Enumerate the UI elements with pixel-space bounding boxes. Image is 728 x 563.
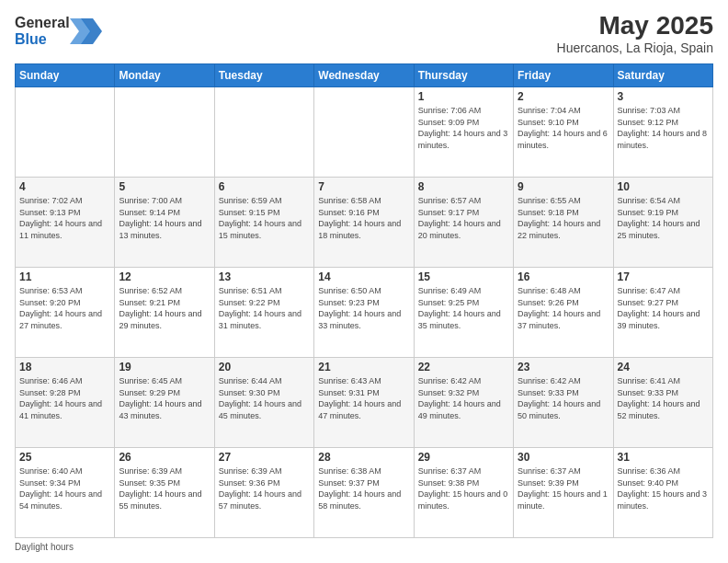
- calendar-cell: 19 Sunrise: 6:45 AMSunset: 9:29 PMDaylig…: [115, 358, 214, 448]
- day-number: 15: [418, 270, 509, 283]
- calendar-week-row: 4 Sunrise: 7:02 AMSunset: 9:13 PMDayligh…: [16, 178, 713, 268]
- calendar-header-row: SundayMondayTuesdayWednesdayThursdayFrid…: [16, 64, 713, 87]
- day-number: 18: [19, 361, 110, 373]
- calendar-cell: 20 Sunrise: 6:44 AMSunset: 9:30 PMDaylig…: [214, 358, 313, 448]
- day-number: 6: [219, 180, 310, 193]
- day-number: 13: [219, 270, 310, 283]
- day-number: 19: [119, 361, 210, 373]
- calendar-week-row: 18 Sunrise: 6:46 AMSunset: 9:28 PMDaylig…: [16, 358, 713, 448]
- day-info: Sunrise: 6:53 AMSunset: 9:20 PMDaylight:…: [19, 285, 110, 331]
- day-info: Sunrise: 6:54 AMSunset: 9:19 PMDaylight:…: [618, 195, 709, 241]
- svg-text:General: General: [15, 15, 70, 30]
- day-info: Sunrise: 7:02 AMSunset: 9:13 PMDaylight:…: [19, 195, 110, 241]
- calendar-cell: 18 Sunrise: 6:46 AMSunset: 9:28 PMDaylig…: [16, 358, 115, 448]
- calendar-cell: 24 Sunrise: 6:41 AMSunset: 9:33 PMDaylig…: [613, 358, 712, 448]
- calendar-cell: 14 Sunrise: 6:50 AMSunset: 9:23 PMDaylig…: [314, 268, 414, 358]
- page: General Blue May 2025 Huercanos, La Rioj…: [0, 0, 728, 563]
- day-info: Sunrise: 6:50 AMSunset: 9:23 PMDaylight:…: [318, 285, 409, 331]
- calendar-cell: [16, 87, 115, 178]
- day-info: Sunrise: 6:43 AMSunset: 9:31 PMDaylight:…: [318, 375, 409, 421]
- day-number: 29: [418, 451, 509, 464]
- calendar-day-header: Sunday: [16, 64, 115, 87]
- day-number: 23: [518, 361, 609, 373]
- day-number: 28: [318, 451, 409, 464]
- day-number: 4: [19, 180, 110, 193]
- calendar-day-header: Wednesday: [314, 64, 414, 87]
- calendar-table: SundayMondayTuesdayWednesdayThursdayFrid…: [15, 63, 713, 538]
- day-info: Sunrise: 7:04 AMSunset: 9:10 PMDaylight:…: [518, 105, 609, 151]
- day-info: Sunrise: 6:40 AMSunset: 9:34 PMDaylight:…: [19, 465, 110, 511]
- day-number: 24: [618, 361, 709, 373]
- calendar-cell: 28 Sunrise: 6:38 AMSunset: 9:37 PMDaylig…: [314, 448, 414, 538]
- calendar-cell: 8 Sunrise: 6:57 AMSunset: 9:17 PMDayligh…: [414, 178, 513, 268]
- calendar-cell: 15 Sunrise: 6:49 AMSunset: 9:25 PMDaylig…: [414, 268, 513, 358]
- footer-note: Daylight hours: [15, 542, 713, 552]
- calendar-day-header: Saturday: [613, 64, 712, 87]
- calendar-cell: 22 Sunrise: 6:42 AMSunset: 9:32 PMDaylig…: [414, 358, 513, 448]
- day-info: Sunrise: 7:03 AMSunset: 9:12 PMDaylight:…: [618, 105, 709, 151]
- calendar-cell: [115, 87, 214, 178]
- day-info: Sunrise: 6:38 AMSunset: 9:37 PMDaylight:…: [318, 465, 409, 511]
- day-info: Sunrise: 6:47 AMSunset: 9:27 PMDaylight:…: [618, 285, 709, 331]
- day-info: Sunrise: 6:39 AMSunset: 9:36 PMDaylight:…: [219, 465, 310, 511]
- calendar-day-header: Thursday: [414, 64, 513, 87]
- day-number: 11: [19, 270, 110, 283]
- day-number: 10: [618, 180, 709, 193]
- day-number: 20: [219, 361, 310, 373]
- day-number: 12: [119, 270, 210, 283]
- day-number: 31: [618, 451, 709, 464]
- day-info: Sunrise: 6:42 AMSunset: 9:33 PMDaylight:…: [518, 375, 609, 421]
- calendar-cell: [314, 87, 414, 178]
- calendar-cell: 27 Sunrise: 6:39 AMSunset: 9:36 PMDaylig…: [214, 448, 313, 538]
- calendar-week-row: 11 Sunrise: 6:53 AMSunset: 9:20 PMDaylig…: [16, 268, 713, 358]
- day-info: Sunrise: 6:42 AMSunset: 9:32 PMDaylight:…: [418, 375, 509, 421]
- day-info: Sunrise: 7:06 AMSunset: 9:09 PMDaylight:…: [418, 105, 509, 151]
- day-number: 27: [219, 451, 310, 464]
- day-number: 14: [318, 270, 409, 283]
- calendar-week-row: 25 Sunrise: 6:40 AMSunset: 9:34 PMDaylig…: [16, 448, 713, 538]
- calendar-cell: 16 Sunrise: 6:48 AMSunset: 9:26 PMDaylig…: [514, 268, 613, 358]
- day-info: Sunrise: 6:37 AMSunset: 9:39 PMDaylight:…: [518, 465, 609, 511]
- day-info: Sunrise: 6:46 AMSunset: 9:28 PMDaylight:…: [19, 375, 110, 421]
- day-info: Sunrise: 6:58 AMSunset: 9:16 PMDaylight:…: [318, 195, 409, 241]
- day-info: Sunrise: 6:57 AMSunset: 9:17 PMDaylight:…: [418, 195, 509, 241]
- day-info: Sunrise: 6:48 AMSunset: 9:26 PMDaylight:…: [518, 285, 609, 331]
- day-info: Sunrise: 6:39 AMSunset: 9:35 PMDaylight:…: [119, 465, 210, 511]
- calendar-cell: 4 Sunrise: 7:02 AMSunset: 9:13 PMDayligh…: [16, 178, 115, 268]
- location: Huercanos, La Rioja, Spain: [557, 40, 713, 55]
- header: General Blue May 2025 Huercanos, La Rioj…: [15, 11, 713, 56]
- calendar-cell: 12 Sunrise: 6:52 AMSunset: 9:21 PMDaylig…: [115, 268, 214, 358]
- calendar-day-header: Monday: [115, 64, 214, 87]
- day-info: Sunrise: 6:55 AMSunset: 9:18 PMDaylight:…: [518, 195, 609, 241]
- calendar-cell: 25 Sunrise: 6:40 AMSunset: 9:34 PMDaylig…: [16, 448, 115, 538]
- day-number: 30: [518, 451, 609, 464]
- calendar-cell: 6 Sunrise: 6:59 AMSunset: 9:15 PMDayligh…: [214, 178, 313, 268]
- day-number: 22: [418, 361, 509, 373]
- day-info: Sunrise: 7:00 AMSunset: 9:14 PMDaylight:…: [119, 195, 210, 241]
- calendar-cell: 17 Sunrise: 6:47 AMSunset: 9:27 PMDaylig…: [613, 268, 712, 358]
- day-info: Sunrise: 6:45 AMSunset: 9:29 PMDaylight:…: [119, 375, 210, 421]
- day-info: Sunrise: 6:37 AMSunset: 9:38 PMDaylight:…: [418, 465, 509, 511]
- calendar-cell: 2 Sunrise: 7:04 AMSunset: 9:10 PMDayligh…: [514, 87, 613, 178]
- calendar-cell: 11 Sunrise: 6:53 AMSunset: 9:20 PMDaylig…: [16, 268, 115, 358]
- calendar-cell: 21 Sunrise: 6:43 AMSunset: 9:31 PMDaylig…: [314, 358, 414, 448]
- logo: General Blue: [15, 11, 116, 56]
- day-number: 26: [119, 451, 210, 464]
- calendar-cell: 13 Sunrise: 6:51 AMSunset: 9:22 PMDaylig…: [214, 268, 313, 358]
- calendar-cell: 9 Sunrise: 6:55 AMSunset: 9:18 PMDayligh…: [514, 178, 613, 268]
- month-title: May 2025: [557, 11, 713, 40]
- calendar-cell: 26 Sunrise: 6:39 AMSunset: 9:35 PMDaylig…: [115, 448, 214, 538]
- calendar-cell: 30 Sunrise: 6:37 AMSunset: 9:39 PMDaylig…: [514, 448, 613, 538]
- day-info: Sunrise: 6:51 AMSunset: 9:22 PMDaylight:…: [219, 285, 310, 331]
- calendar-cell: 23 Sunrise: 6:42 AMSunset: 9:33 PMDaylig…: [514, 358, 613, 448]
- day-info: Sunrise: 6:44 AMSunset: 9:30 PMDaylight:…: [219, 375, 310, 421]
- calendar-week-row: 1 Sunrise: 7:06 AMSunset: 9:09 PMDayligh…: [16, 87, 713, 178]
- day-number: 21: [318, 361, 409, 373]
- day-number: 25: [19, 451, 110, 464]
- logo-text: General Blue: [15, 11, 116, 56]
- calendar-cell: 1 Sunrise: 7:06 AMSunset: 9:09 PMDayligh…: [414, 87, 513, 178]
- calendar-cell: [214, 87, 313, 178]
- day-number: 2: [518, 90, 609, 103]
- calendar-cell: 10 Sunrise: 6:54 AMSunset: 9:19 PMDaylig…: [613, 178, 712, 268]
- day-number: 16: [518, 270, 609, 283]
